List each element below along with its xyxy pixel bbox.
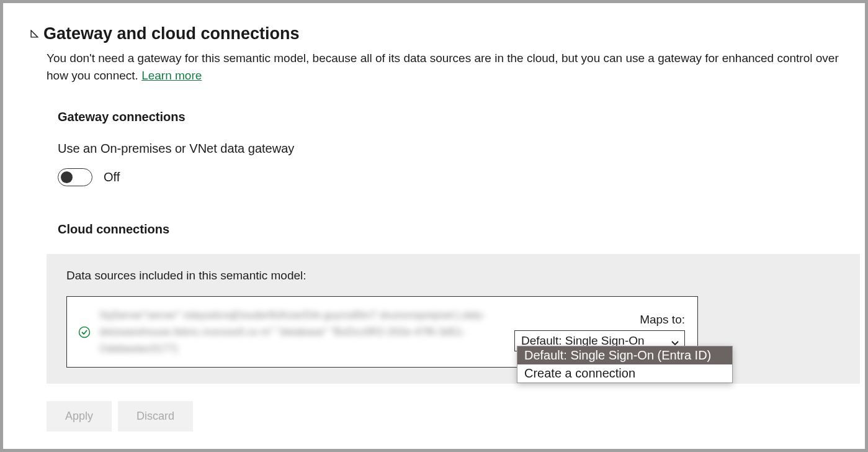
page-title: Gateway and cloud connections bbox=[43, 24, 300, 43]
discard-button[interactable]: Discard bbox=[118, 401, 193, 432]
data-sources-panel: Data sources included in this semantic m… bbox=[47, 254, 860, 384]
toggle-knob bbox=[61, 171, 73, 183]
gateway-toggle-row: Off bbox=[58, 168, 860, 186]
cloud-connections-heading: Cloud connections bbox=[58, 222, 860, 237]
maps-to-label: Maps to: bbox=[640, 313, 685, 327]
dropdown-option-create[interactable]: Create a connection bbox=[517, 364, 732, 382]
section-description: You don't need a gateway for this semant… bbox=[47, 50, 860, 84]
apply-button[interactable]: Apply bbox=[47, 401, 112, 432]
gateway-toggle-switch[interactable] bbox=[58, 168, 92, 186]
data-source-connection-string: SqServer"server" ndaysdcnqDoudertfofnzer… bbox=[99, 307, 506, 358]
toggle-state-text: Off bbox=[104, 170, 120, 184]
section-header: Gateway and cloud connections bbox=[30, 24, 860, 43]
success-check-icon bbox=[78, 326, 91, 338]
data-sources-label: Data sources included in this semantic m… bbox=[66, 269, 840, 282]
action-buttons: Apply Discard bbox=[47, 401, 860, 432]
gateway-connections-heading: Gateway connections bbox=[58, 110, 860, 124]
dropdown-option-sso[interactable]: Default: Single Sign-On (Entra ID) bbox=[517, 346, 732, 364]
gateway-toggle-label: Use an On-premises or VNet data gateway bbox=[58, 142, 860, 156]
svg-point-0 bbox=[79, 327, 90, 337]
learn-more-link[interactable]: Learn more bbox=[141, 69, 202, 82]
collapse-triangle-icon[interactable] bbox=[30, 30, 38, 38]
dropdown-menu: Default: Single Sign-On (Entra ID) Creat… bbox=[517, 346, 733, 383]
chevron-down-icon bbox=[671, 337, 679, 345]
